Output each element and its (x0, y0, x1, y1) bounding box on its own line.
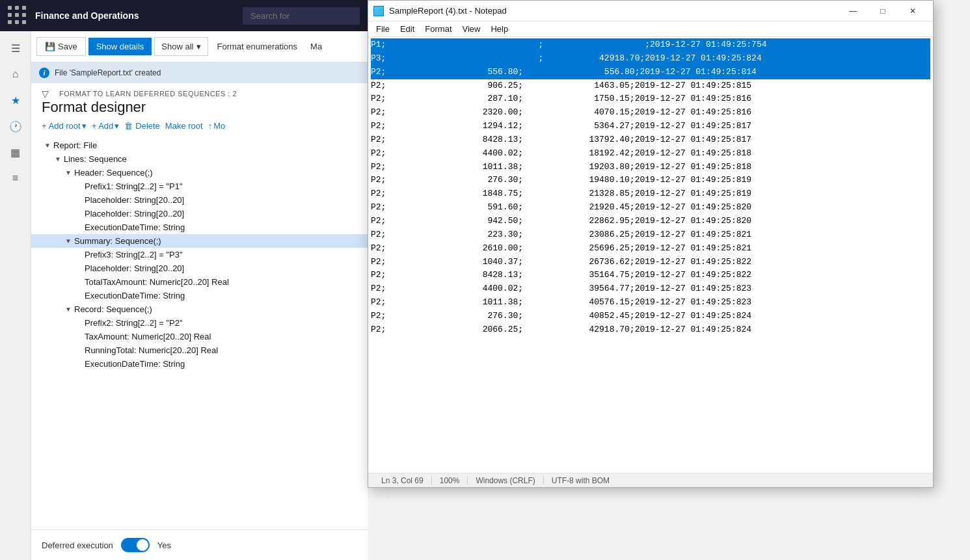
tree-node[interactable]: RunningTotal: Numeric[20..20] Real (31, 343, 368, 357)
tree-node[interactable]: Placeholder: String[20..20] (31, 193, 368, 207)
notepad-line: P2; 1040.37; 26736.62;2019-12-27 01:49:2… (371, 256, 930, 269)
menu-item-file[interactable]: File (371, 23, 395, 35)
tree-node[interactable]: ▼Header: Sequence(;) (31, 166, 368, 180)
tree-node[interactable]: Prefix2: String[2..2] = "P2" (31, 316, 368, 330)
tree-node-label: ExecutionDateTime: String (85, 291, 185, 300)
make-root-button[interactable]: Make root (165, 121, 203, 131)
tree-node[interactable]: ▼Summary: Sequence(;) (31, 234, 368, 248)
notepad-content: P1; ; ;2019-12-27 01:49:25:754P3; ; 4291… (368, 37, 933, 473)
close-button[interactable]: ✕ (898, 1, 928, 21)
tree-node-label: Placeholder: String[20..20] (85, 263, 184, 273)
tree-node[interactable]: ▼Report: File (31, 139, 368, 152)
tree-node[interactable]: Placeholder: String[20..20] (31, 261, 368, 275)
tree-node-label: Lines: Sequence (64, 154, 127, 164)
tree-node-label: RunningTotal: Numeric[20..20] Real (85, 345, 218, 355)
breadcrumb: FORMAT TO LEARN DEFERRED SEQUENCES : 2 (59, 90, 237, 98)
toolbar: 💾 Save Show details Show all ▾ Format en… (31, 31, 368, 62)
show-details-button[interactable]: Show details (88, 38, 152, 55)
zoom-level: 100% (432, 476, 468, 485)
search-input[interactable] (243, 7, 360, 25)
notepad-line: P2; 2610.00; 25696.25;2019-12-27 01:49:2… (371, 242, 930, 256)
notepad-line: P2; 942.50; 22862.95;2019-12-27 01:49:25… (371, 215, 930, 228)
tree-node-label: Prefix3: String[2..2] = "P3" (85, 250, 183, 260)
add-root-button[interactable]: + Add root ▾ (42, 121, 87, 131)
nav-favorites-icon[interactable]: ★ (4, 88, 27, 112)
notepad-line: P2; 2320.00; 4070.15;2019-12-27 01:49:25… (371, 106, 930, 120)
move-button[interactable]: ↑ Mo (208, 121, 226, 131)
menu-item-help[interactable]: Help (485, 23, 513, 35)
notepad-line: P2; 276.30; 40852.45;2019-12-27 01:49:25… (371, 310, 930, 323)
notepad-titlebar: SampleReport (4).txt - Notepad — □ ✕ (368, 1, 933, 21)
left-panel: Finance and Operations ☰ ⌂ ★ 🕐 ▦ ≡ 💾 Sav… (0, 0, 368, 560)
tree-node[interactable]: TaxAmount: Numeric[20..20] Real (31, 330, 368, 343)
tree-node[interactable]: Prefix3: String[2..2] = "P3" (31, 248, 368, 261)
tree-arrow-icon: ▼ (65, 306, 74, 313)
tree-arrow-icon: ▼ (65, 169, 74, 176)
window-controls: — □ ✕ (838, 1, 928, 21)
menu-item-edit[interactable]: Edit (395, 23, 420, 35)
nav-dashboard-icon[interactable]: ⌂ (4, 62, 27, 86)
nav-recent-icon[interactable]: 🕐 (4, 114, 27, 138)
tree-node[interactable]: ▼Lines: Sequence (31, 152, 368, 166)
map-button[interactable]: Ma (306, 38, 326, 55)
notepad-title: SampleReport (4).txt - Notepad (389, 6, 838, 16)
nav-workspaces-icon[interactable]: ▦ (4, 140, 27, 164)
tree-toolbar: + Add root ▾ + Add ▾ 🗑 Delete Make root … (31, 118, 368, 133)
notepad-line: P2; 276.30; 19480.10;2019-12-27 01:49:25… (371, 174, 930, 187)
tree-node[interactable]: ExecutionDateTime: String (31, 357, 368, 371)
notepad-line: P2; 4400.02; 39564.77;2019-12-27 01:49:2… (371, 282, 930, 296)
bottom-section: Deferred execution Yes (31, 529, 368, 560)
info-icon: i (39, 68, 49, 78)
cursor-position: Ln 3, Col 69 (373, 476, 432, 485)
notepad-line: P2; 2066.25; 42918.70;2019-12-27 01:49:2… (371, 323, 930, 337)
tree-node-label: Prefix2: String[2..2] = "P2" (85, 318, 183, 328)
tree-node[interactable]: ▼Record: Sequence(;) (31, 302, 368, 316)
menu-item-format[interactable]: Format (420, 23, 457, 35)
notepad-line: P2; 906.25; 1463.05;2019-12-27 01:49:25:… (371, 79, 930, 93)
nav-modules-icon[interactable]: ≡ (4, 167, 27, 190)
filter-icon[interactable]: ▽ (42, 88, 49, 99)
tree-node[interactable]: Prefix1: String[2..2] = "P1" (31, 180, 368, 193)
notepad-menubar: FileEditFormatViewHelp (368, 21, 933, 37)
top-bar: Finance and Operations (0, 0, 368, 31)
tree-arrow-icon: ▼ (55, 155, 64, 163)
notepad-text-area[interactable]: P1; ; ;2019-12-27 01:49:25:754P3; ; 4291… (368, 37, 933, 473)
notepad-line: P2; 556.80; 556.80;2019-12-27 01:49:25:8… (371, 66, 930, 79)
save-button[interactable]: 💾 Save (36, 37, 86, 56)
tree-node-label: Header: Sequence(;) (74, 168, 153, 178)
minimize-button[interactable]: — (838, 1, 868, 21)
tree-node-label: Prefix1: String[2..2] = "P1" (85, 181, 183, 191)
tree-node[interactable]: TotalTaxAmount: Numeric[20..20] Real (31, 275, 368, 289)
tree-node[interactable]: Placeholder: String[20..20] (31, 207, 368, 220)
add-button[interactable]: + Add ▾ (92, 121, 120, 131)
tree-area: ▼Report: File▼Lines: Sequence▼Header: Se… (31, 133, 368, 529)
info-message: File 'SampleReport.txt' created (55, 68, 161, 77)
tree-node-label: ExecutionDateTime: String (85, 359, 185, 369)
tree-node[interactable]: ExecutionDateTime: String (31, 220, 368, 234)
add-root-chevron-icon: ▾ (82, 121, 87, 131)
tree-node-label: Summary: Sequence(;) (74, 236, 161, 246)
page-title: Format designer (42, 99, 357, 116)
delete-button[interactable]: 🗑 Delete (124, 121, 160, 131)
notepad-statusbar: Ln 3, Col 69 100% Windows (CRLF) UTF-8 w… (368, 473, 933, 487)
maximize-button[interactable]: □ (868, 1, 898, 21)
nav-home-icon[interactable]: ☰ (4, 36, 27, 60)
menu-item-view[interactable]: View (457, 23, 486, 35)
app-grid-icon[interactable] (8, 6, 27, 25)
notepad-window: SampleReport (4).txt - Notepad — □ ✕ Fil… (368, 0, 934, 488)
save-icon: 💾 (45, 42, 55, 51)
tree-arrow-icon: ▼ (65, 237, 74, 245)
tree-node-label: TaxAmount: Numeric[20..20] Real (85, 332, 211, 341)
tree-node-label: TotalTaxAmount: Numeric[20..20] Real (85, 277, 229, 287)
deferred-execution-toggle[interactable] (121, 538, 150, 552)
delete-icon: 🗑 (124, 121, 133, 131)
notepad-line: P2; 8428.13; 35164.75;2019-12-27 01:49:2… (371, 269, 930, 282)
toggle-yes-label: Yes (157, 540, 171, 550)
notepad-line: P2; 591.60; 21920.45;2019-12-27 01:49:25… (371, 201, 930, 215)
format-enumerations-button[interactable]: Format enumerations (211, 38, 304, 55)
tree-node-label: Placeholder: String[20..20] (85, 195, 184, 205)
chevron-down-icon: ▾ (196, 42, 201, 51)
tree-node[interactable]: ExecutionDateTime: String (31, 289, 368, 302)
info-bar: i File 'SampleReport.txt' created (31, 62, 368, 83)
show-all-button[interactable]: Show all ▾ (154, 37, 208, 56)
